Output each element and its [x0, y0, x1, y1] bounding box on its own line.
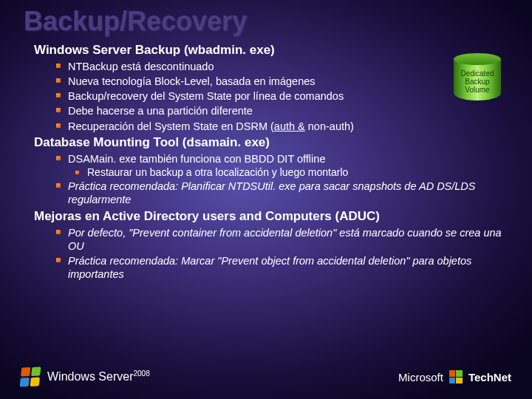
section-3-heading: Mejoras en Active Directory users and Co…: [34, 209, 508, 224]
list-item: DSAMain. exe también funciona con BBDD D…: [56, 151, 508, 166]
slide-body: Windows Server Backup (wbadmin. exe) NTB…: [0, 43, 532, 282]
list-item: Por defecto, "Prevent container from acc…: [56, 225, 508, 253]
list-item: Recuperación del System State en DSRM (a…: [56, 119, 508, 134]
list-item: Nueva tecnología Block-Level, basada en …: [56, 74, 508, 89]
technet-squares-icon: [449, 370, 463, 383]
list-item: Debe hacerse a una partición diferente: [56, 103, 508, 118]
section-2-sublist: Restaurar un backup a otra localización …: [75, 166, 508, 180]
brand-windows: Windows: [47, 371, 95, 383]
slide-title: Backup/Recovery: [0, 0, 532, 41]
section-3-list: Por defecto, "Prevent container from acc…: [56, 225, 508, 282]
list-item: NTBackup está descontinuado: [56, 59, 508, 74]
windows-flag-icon: [20, 367, 41, 387]
section-2-list: DSAMain. exe también funciona con BBDD D…: [56, 151, 508, 166]
brand-server: Server: [98, 371, 133, 383]
list-item: Backup/recovery del System State por lín…: [56, 89, 508, 103]
section-2-heading: Database Mounting Tool (dsamain. exe): [34, 135, 508, 150]
technet-logo: Microsoft TechNet: [398, 370, 511, 383]
footer: Windows Server2008 Microsoft TechNet: [0, 355, 532, 399]
list-item-recommendation: Práctica recomendada: Planificar NTDSUti…: [56, 179, 508, 207]
windows-server-logo: Windows Server2008: [21, 367, 150, 386]
brand-microsoft: Microsoft: [398, 371, 443, 383]
brand-year: 2008: [133, 369, 149, 378]
list-item-recommendation: Práctica recomendada: Marcar "Prevent ob…: [56, 253, 508, 282]
brand-technet: TechNet: [468, 371, 511, 383]
section-1-list: NTBackup está descontinuado Nueva tecnol…: [56, 59, 508, 134]
list-item: Restaurar un backup a otra localización …: [75, 166, 508, 180]
section-1-heading: Windows Server Backup (wbadmin. exe): [34, 43, 508, 58]
